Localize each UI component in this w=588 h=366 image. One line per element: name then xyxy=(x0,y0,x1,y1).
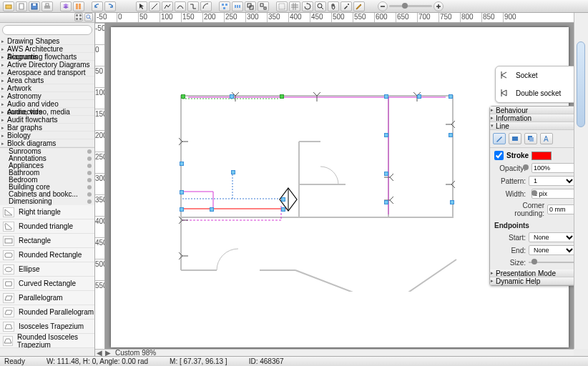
properties-panel[interactable]: Behaviour Information Line A Stroke Opac… xyxy=(489,106,581,286)
svg-rect-3 xyxy=(33,4,36,6)
category-item[interactable]: Astronomy xyxy=(0,92,94,100)
svg-rect-10 xyxy=(225,4,227,6)
line-tab-text[interactable]: A xyxy=(540,133,553,144)
group-button[interactable] xyxy=(245,1,256,11)
snap-button[interactable] xyxy=(276,1,288,11)
svg-text:A: A xyxy=(544,135,549,143)
library-button[interactable] xyxy=(73,1,84,11)
section-presentation[interactable]: Presentation Mode xyxy=(490,269,580,277)
width-row: Width: xyxy=(494,189,576,199)
search-input[interactable] xyxy=(2,25,92,35)
open-button[interactable] xyxy=(3,1,14,11)
section-help[interactable]: Dynamic Help xyxy=(490,277,580,285)
end-select[interactable]: None xyxy=(529,245,576,255)
pattern-select[interactable]: 1 xyxy=(529,176,576,186)
pencil-tool[interactable] xyxy=(353,1,365,11)
category-item[interactable]: Aerospace and transport xyxy=(0,69,94,76)
socket-icon xyxy=(500,70,511,81)
svg-rect-18 xyxy=(264,7,266,9)
horizontal-scrollbar[interactable]: ◀ ▶ Custom 98% xyxy=(95,349,574,356)
ruler-vertical: -50050100150200250300350400450500550 xyxy=(95,23,105,349)
category-item[interactable]: Audio, video, media xyxy=(0,108,94,116)
new-page-button[interactable] xyxy=(16,1,27,11)
category-item[interactable]: Biology xyxy=(0,132,94,139)
redo-button[interactable] xyxy=(104,1,116,11)
align-button[interactable] xyxy=(219,1,230,11)
section-line[interactable]: Line xyxy=(490,122,580,130)
line-tab-fill[interactable] xyxy=(509,133,521,144)
shape-item[interactable]: Curved Rectangle xyxy=(0,277,94,291)
svg-rect-14 xyxy=(239,5,240,8)
floorplan[interactable] xyxy=(174,92,460,292)
zoom-slider[interactable] xyxy=(389,5,432,7)
line-tool[interactable] xyxy=(149,1,160,11)
category-item[interactable]: AWS Architecture Diagrams xyxy=(0,45,94,53)
distribute-button[interactable] xyxy=(232,1,243,11)
undo-button[interactable] xyxy=(92,1,103,11)
status-bar: Ready W: 111.48, H: 0, Angle: 0.00 rad M… xyxy=(0,356,588,366)
vertical-scrollbar[interactable] xyxy=(574,13,588,349)
line-tab-shadow[interactable] xyxy=(524,133,537,144)
hand-tool[interactable] xyxy=(328,1,339,11)
category-item[interactable]: Artwork xyxy=(0,84,94,92)
shape-item[interactable]: Rounded Rectangle xyxy=(0,248,94,262)
shape-item[interactable]: Rounded Parallelogram xyxy=(0,305,94,320)
save-button[interactable] xyxy=(29,1,40,11)
section-behaviour[interactable]: Behaviour xyxy=(490,107,580,114)
svg-rect-29 xyxy=(79,18,82,20)
double-socket-icon xyxy=(500,88,511,99)
connector-tool[interactable] xyxy=(187,1,199,11)
shape-item[interactable]: Ellipse xyxy=(0,262,94,277)
color-picker-tool[interactable] xyxy=(340,1,352,11)
category-item[interactable]: Block diagrams xyxy=(0,139,94,147)
shape-item[interactable]: Isosceles Trapezium xyxy=(0,320,94,334)
category-item[interactable]: Audit flowcharts xyxy=(0,116,94,124)
section-information[interactable]: Information xyxy=(490,114,580,122)
shape-list: Right triangle Rounded triangle Rectangl… xyxy=(0,205,94,348)
category-item[interactable]: Area charts xyxy=(0,76,94,84)
svg-rect-32 xyxy=(5,239,12,243)
zoom-out-button[interactable] xyxy=(378,1,388,11)
subcategory-item[interactable]: Dimensioning xyxy=(0,198,94,205)
category-item[interactable]: Accounting flowcharts xyxy=(0,53,94,61)
category-item[interactable]: Audio and video connectors xyxy=(0,100,94,108)
sidebar-search: 🔍 xyxy=(0,23,94,37)
svg-rect-27 xyxy=(79,14,82,16)
category-item[interactable]: Active Directory Diagrams xyxy=(0,61,94,69)
category-item[interactable]: Bar graphs xyxy=(0,124,94,132)
sidebar-search-icon[interactable] xyxy=(84,13,93,21)
layers-button[interactable] xyxy=(60,1,72,11)
stroke-color-swatch[interactable] xyxy=(531,152,552,160)
sidebar-header[interactable]: Drawing Shapes xyxy=(0,37,94,45)
shape-item[interactable]: Rounded triangle xyxy=(0,219,94,234)
line-tab-pen[interactable] xyxy=(493,133,506,144)
svg-rect-1 xyxy=(19,4,24,9)
svg-rect-11 xyxy=(223,7,225,9)
search-button[interactable] xyxy=(315,1,326,11)
svg-rect-6 xyxy=(76,4,78,9)
pattern-label: Pattern: xyxy=(494,177,526,185)
stroke-row: Stroke xyxy=(494,151,576,160)
start-row: Start: None xyxy=(494,232,576,242)
status-mouse: M: [ 67.37, 96.13 ] xyxy=(170,357,227,365)
ungroup-button[interactable] xyxy=(258,1,269,11)
arc-tool[interactable] xyxy=(200,1,212,11)
polyline-tool[interactable] xyxy=(162,1,173,11)
start-select[interactable]: None xyxy=(529,232,576,242)
shape-item[interactable]: Parallelogram xyxy=(0,291,94,305)
legend-panel[interactable]: Socket Double socket xyxy=(495,66,579,103)
pointer-tool[interactable] xyxy=(136,1,147,11)
zoom-in-button[interactable] xyxy=(433,1,444,11)
shape-item[interactable]: Right triangle xyxy=(0,205,94,219)
category-list: AWS Architecture Diagrams Accounting flo… xyxy=(0,45,94,147)
shape-item[interactable]: Rounded Isosceles Trapezium xyxy=(0,334,94,348)
shape-item[interactable]: Rectangle xyxy=(0,234,94,248)
curve-tool[interactable] xyxy=(175,1,186,11)
print-button[interactable] xyxy=(41,1,53,11)
svg-rect-7 xyxy=(79,4,81,9)
grid-button[interactable] xyxy=(289,1,300,11)
sidebar-grid-icon[interactable] xyxy=(74,13,83,21)
size-slider[interactable] xyxy=(529,258,576,267)
rotate-button[interactable] xyxy=(302,1,313,11)
stroke-checkbox[interactable] xyxy=(494,151,504,160)
